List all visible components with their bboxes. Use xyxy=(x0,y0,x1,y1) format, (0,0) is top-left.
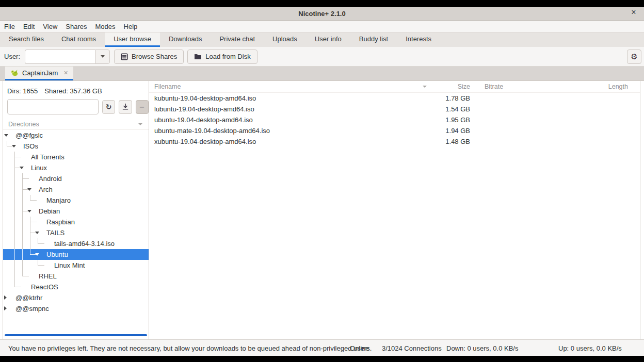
tree-item-label: TAILS xyxy=(46,227,65,238)
menu-shares[interactable]: Shares xyxy=(61,21,91,32)
tree-item-reactos[interactable]: ReactOS xyxy=(3,282,149,292)
file-name: xubuntu-19.04-desktop-amd64.iso xyxy=(149,138,432,145)
tab-search-files[interactable]: Search files xyxy=(0,32,53,47)
browse-shares-button[interactable]: Browse Shares xyxy=(114,50,184,64)
tree-item-all-torrents[interactable]: All Torrents xyxy=(3,152,149,162)
tree-item-manjaro[interactable]: Manjaro xyxy=(3,195,149,206)
folder-search-input[interactable] xyxy=(14,100,105,114)
tab-private-chat[interactable]: Private chat xyxy=(211,32,264,47)
menu-help[interactable]: Help xyxy=(120,21,142,32)
tree-item-label: Manjaro xyxy=(46,195,71,206)
tree-item-isos[interactable]: ISOs xyxy=(3,141,149,152)
tree-item-debian[interactable]: Debian xyxy=(3,206,149,217)
tree-item-raspbian[interactable]: Raspbian xyxy=(3,217,149,227)
file-name: kubuntu-19.04-desktop-amd64.iso xyxy=(149,94,432,102)
folder-icon xyxy=(194,53,202,60)
user-input[interactable] xyxy=(25,50,95,64)
user-dropdown-button[interactable] xyxy=(95,50,110,64)
connection-status: Online xyxy=(350,344,369,352)
titlebar[interactable]: Nicotine+ 2.1.0 × xyxy=(0,7,644,21)
expander-open-icon[interactable] xyxy=(27,188,31,191)
close-icon[interactable]: × xyxy=(63,69,68,77)
session-tab-label: CaptainJam xyxy=(22,69,58,77)
menu-edit[interactable]: Edit xyxy=(19,21,39,32)
main-tabbar: Search filesChat roomsUser browseDownloa… xyxy=(0,32,644,47)
menu-view[interactable]: View xyxy=(39,21,61,32)
tree-item-arch[interactable]: Arch xyxy=(3,184,149,195)
download-stats: Down: 0 users, 0.0 KB/s xyxy=(446,344,518,352)
collapse-all-button[interactable]: − xyxy=(136,100,149,114)
tree-item-android[interactable]: Android xyxy=(3,173,149,184)
expander-closed-icon[interactable] xyxy=(4,306,7,310)
tab-chat-rooms[interactable]: Chat rooms xyxy=(53,32,105,47)
horizontal-scrollbar[interactable] xyxy=(5,334,147,336)
tree-item-tails[interactable]: TAILS xyxy=(3,227,149,238)
expander-open-icon[interactable] xyxy=(35,253,39,256)
refresh-button[interactable]: ↻ xyxy=(102,100,115,114)
tree-item-label: ReactOS xyxy=(31,282,58,292)
folder-search-field[interactable] xyxy=(7,99,99,114)
file-size: 1.78 GB xyxy=(432,94,475,102)
tree-item-label: RHEL xyxy=(39,271,57,282)
tree-item-label: tails-amd64-3.14.iso xyxy=(54,238,115,249)
file-row[interactable]: ubuntu-mate-19.04-desktop-amd64.iso1.94 … xyxy=(149,125,640,136)
tree-branch-line xyxy=(14,157,21,157)
tab-captainjam[interactable]: CaptainJam × xyxy=(5,67,73,80)
tree-line xyxy=(22,217,23,227)
file-row[interactable]: kubuntu-19.04-desktop-amd64.iso1.78 GB xyxy=(149,93,640,104)
tree-item-rhel[interactable]: RHEL xyxy=(3,271,149,282)
tree-line xyxy=(14,260,15,271)
tree-line xyxy=(14,195,15,206)
minus-icon: − xyxy=(139,104,145,110)
dirs-count: Dirs: 1655 xyxy=(7,87,38,95)
tree-item-ktrhr[interactable]: @@ktrhr xyxy=(3,292,149,303)
tree-item-linux[interactable]: Linux xyxy=(3,162,149,173)
status-message: You have no privileges left. They are no… xyxy=(8,344,372,352)
column-header-size[interactable]: Size xyxy=(432,83,475,90)
expander-closed-icon[interactable] xyxy=(4,295,7,300)
statusbar: You have no privileges left. They are no… xyxy=(0,339,644,356)
user-label: User: xyxy=(4,53,20,60)
tree-item-linux-mint[interactable]: Linux Mint xyxy=(3,260,149,271)
tree-item-smpnc[interactable]: @@smpnc xyxy=(3,303,149,314)
tree-item-tails-amd64-3-14-iso[interactable]: tails-amd64-3.14.iso xyxy=(3,238,149,249)
expander-open-icon[interactable] xyxy=(20,167,24,169)
column-header-bitrate[interactable]: Bitrate xyxy=(475,83,557,90)
user-combobox xyxy=(25,50,110,64)
menu-file[interactable]: File xyxy=(0,21,19,32)
column-header-filename[interactable]: Filename xyxy=(149,83,432,90)
expander-open-icon[interactable] xyxy=(4,134,8,137)
tab-user-info[interactable]: User info xyxy=(306,32,350,47)
expander-open-icon[interactable] xyxy=(27,210,31,212)
window-close-icon[interactable]: × xyxy=(629,8,639,17)
tab-downloads[interactable]: Downloads xyxy=(160,32,211,47)
tree-line xyxy=(22,260,23,271)
tab-interests[interactable]: Interests xyxy=(397,32,440,47)
file-size: 1.95 GB xyxy=(432,116,475,124)
expander-open-icon[interactable] xyxy=(35,232,39,234)
tab-buddy-list[interactable]: Buddy list xyxy=(350,32,397,47)
configure-shares-button[interactable]: ⚙ xyxy=(627,50,641,64)
directory-tree: @@fgslcISOsAll TorrentsLinuxAndroidArchM… xyxy=(3,130,149,314)
column-header-length[interactable]: Length xyxy=(557,83,640,90)
user-online-icon xyxy=(10,69,19,77)
filename-header-label: Filename xyxy=(154,83,181,90)
tree-item-ubuntu[interactable]: Ubuntu xyxy=(3,249,149,260)
tree-branch-line xyxy=(14,287,21,287)
user-toolbar: User: Browse Shares xyxy=(0,47,644,67)
save-shares-button[interactable] xyxy=(119,100,132,114)
load-from-disk-button[interactable]: Load from Disk xyxy=(187,50,257,64)
tree-item-fgslc[interactable]: @@fgslc xyxy=(3,130,149,141)
tab-uploads[interactable]: Uploads xyxy=(264,32,306,47)
tree-branch-line xyxy=(22,178,29,179)
file-name: ubuntu-19.04-desktop-amd64.iso xyxy=(149,116,432,124)
expander-open-icon[interactable] xyxy=(12,145,16,147)
tree-item-label: Ubuntu xyxy=(46,249,68,260)
menu-modes[interactable]: Modes xyxy=(91,21,120,32)
file-row[interactable]: lubuntu-19.04-desktop-amd64.iso1.54 GB xyxy=(149,104,640,114)
directories-column-header[interactable]: Directories xyxy=(3,119,149,130)
window-title: Nicotine+ 2.1.0 xyxy=(298,10,345,18)
file-row[interactable]: ubuntu-19.04-desktop-amd64.iso1.95 GB xyxy=(149,114,640,125)
tab-user-browse[interactable]: User browse xyxy=(105,32,160,47)
file-row[interactable]: xubuntu-19.04-desktop-amd64.iso1.48 GB xyxy=(149,136,640,147)
